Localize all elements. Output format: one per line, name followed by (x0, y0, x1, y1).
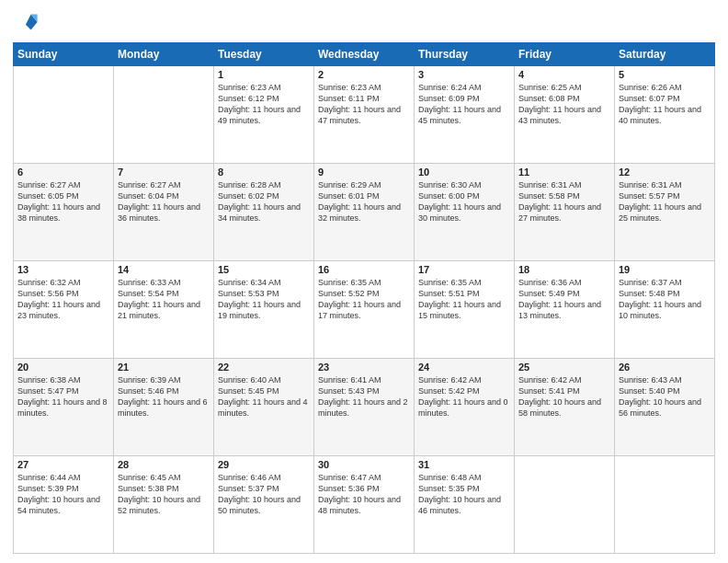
day-number: 25 (518, 362, 610, 373)
calendar-cell: 6Sunrise: 6:27 AM Sunset: 6:05 PM Daylig… (14, 164, 114, 261)
week-row-2: 6Sunrise: 6:27 AM Sunset: 6:05 PM Daylig… (14, 164, 715, 261)
day-number: 4 (518, 69, 610, 80)
day-info: Sunrise: 6:32 AM Sunset: 5:56 PM Dayligh… (17, 277, 109, 322)
day-info: Sunrise: 6:25 AM Sunset: 6:08 PM Dayligh… (518, 82, 610, 127)
day-number: 6 (17, 167, 109, 178)
day-info: Sunrise: 6:27 AM Sunset: 6:04 PM Dayligh… (118, 179, 210, 224)
day-info: Sunrise: 6:44 AM Sunset: 5:39 PM Dayligh… (17, 472, 109, 517)
day-number: 26 (619, 362, 711, 373)
day-number: 10 (418, 167, 510, 178)
day-number: 9 (318, 167, 410, 178)
weekday-header-friday: Friday (515, 43, 615, 66)
calendar-cell: 1Sunrise: 6:23 AM Sunset: 6:12 PM Daylig… (214, 66, 314, 164)
day-number: 27 (17, 459, 109, 470)
day-number: 29 (218, 459, 310, 470)
day-number: 3 (418, 69, 510, 80)
day-info: Sunrise: 6:43 AM Sunset: 5:40 PM Dayligh… (619, 374, 711, 419)
week-row-1: 1Sunrise: 6:23 AM Sunset: 6:12 PM Daylig… (14, 66, 715, 164)
calendar-cell: 20Sunrise: 6:38 AM Sunset: 5:47 PM Dayli… (14, 359, 114, 456)
calendar-cell: 18Sunrise: 6:36 AM Sunset: 5:49 PM Dayli… (515, 261, 615, 359)
day-info: Sunrise: 6:39 AM Sunset: 5:46 PM Dayligh… (118, 374, 210, 419)
week-row-3: 13Sunrise: 6:32 AM Sunset: 5:56 PM Dayli… (14, 261, 715, 359)
calendar-cell (14, 66, 114, 164)
day-info: Sunrise: 6:42 AM Sunset: 5:41 PM Dayligh… (518, 374, 610, 419)
day-info: Sunrise: 6:36 AM Sunset: 5:49 PM Dayligh… (518, 277, 610, 322)
day-info: Sunrise: 6:23 AM Sunset: 6:11 PM Dayligh… (318, 82, 410, 127)
day-number: 15 (218, 264, 310, 275)
day-number: 30 (318, 459, 410, 470)
day-info: Sunrise: 6:33 AM Sunset: 5:54 PM Dayligh… (118, 277, 210, 322)
page: SundayMondayTuesdayWednesdayThursdayFrid… (0, 0, 728, 563)
calendar-cell (515, 456, 615, 554)
calendar-cell: 7Sunrise: 6:27 AM Sunset: 6:04 PM Daylig… (114, 164, 214, 261)
day-info: Sunrise: 6:34 AM Sunset: 5:53 PM Dayligh… (218, 277, 310, 322)
day-number: 7 (118, 167, 210, 178)
day-info: Sunrise: 6:26 AM Sunset: 6:07 PM Dayligh… (619, 82, 711, 127)
day-info: Sunrise: 6:40 AM Sunset: 5:45 PM Dayligh… (218, 374, 310, 419)
day-number: 13 (17, 264, 109, 275)
calendar-cell (615, 456, 715, 554)
day-number: 14 (118, 264, 210, 275)
calendar-cell: 22Sunrise: 6:40 AM Sunset: 5:45 PM Dayli… (214, 359, 314, 456)
day-number: 28 (118, 459, 210, 470)
day-number: 11 (518, 167, 610, 178)
day-info: Sunrise: 6:46 AM Sunset: 5:37 PM Dayligh… (218, 472, 310, 517)
weekday-header-wednesday: Wednesday (314, 43, 415, 66)
day-info: Sunrise: 6:28 AM Sunset: 6:02 PM Dayligh… (218, 179, 310, 224)
week-row-5: 27Sunrise: 6:44 AM Sunset: 5:39 PM Dayli… (14, 456, 715, 554)
day-number: 5 (619, 69, 711, 80)
calendar-cell: 23Sunrise: 6:41 AM Sunset: 5:43 PM Dayli… (314, 359, 415, 456)
calendar-cell: 15Sunrise: 6:34 AM Sunset: 5:53 PM Dayli… (214, 261, 314, 359)
day-info: Sunrise: 6:35 AM Sunset: 5:52 PM Dayligh… (318, 277, 410, 322)
day-info: Sunrise: 6:24 AM Sunset: 6:09 PM Dayligh… (418, 82, 510, 127)
day-number: 23 (318, 362, 410, 373)
day-info: Sunrise: 6:41 AM Sunset: 5:43 PM Dayligh… (318, 374, 410, 419)
calendar-cell: 14Sunrise: 6:33 AM Sunset: 5:54 PM Dayli… (114, 261, 214, 359)
calendar-cell: 19Sunrise: 6:37 AM Sunset: 5:48 PM Dayli… (615, 261, 715, 359)
calendar-cell: 11Sunrise: 6:31 AM Sunset: 5:58 PM Dayli… (515, 164, 615, 261)
day-info: Sunrise: 6:23 AM Sunset: 6:12 PM Dayligh… (218, 82, 310, 127)
day-number: 17 (418, 264, 510, 275)
calendar-cell: 29Sunrise: 6:46 AM Sunset: 5:37 PM Dayli… (214, 456, 314, 554)
logo-icon (13, 9, 39, 35)
weekday-header-row: SundayMondayTuesdayWednesdayThursdayFrid… (14, 43, 715, 66)
calendar-cell: 5Sunrise: 6:26 AM Sunset: 6:07 PM Daylig… (615, 66, 715, 164)
weekday-header-tuesday: Tuesday (214, 43, 314, 66)
header (13, 9, 715, 35)
weekday-header-saturday: Saturday (615, 43, 715, 66)
calendar-cell (114, 66, 214, 164)
day-info: Sunrise: 6:37 AM Sunset: 5:48 PM Dayligh… (619, 277, 711, 322)
weekday-header-thursday: Thursday (415, 43, 515, 66)
calendar-cell: 27Sunrise: 6:44 AM Sunset: 5:39 PM Dayli… (14, 456, 114, 554)
calendar-cell: 24Sunrise: 6:42 AM Sunset: 5:42 PM Dayli… (415, 359, 515, 456)
day-info: Sunrise: 6:30 AM Sunset: 6:00 PM Dayligh… (418, 179, 510, 224)
day-info: Sunrise: 6:27 AM Sunset: 6:05 PM Dayligh… (17, 179, 109, 224)
calendar-cell: 31Sunrise: 6:48 AM Sunset: 5:35 PM Dayli… (415, 456, 515, 554)
logo (13, 9, 42, 35)
day-info: Sunrise: 6:31 AM Sunset: 5:58 PM Dayligh… (518, 179, 610, 224)
calendar: SundayMondayTuesdayWednesdayThursdayFrid… (13, 42, 715, 554)
calendar-cell: 17Sunrise: 6:35 AM Sunset: 5:51 PM Dayli… (415, 261, 515, 359)
week-row-4: 20Sunrise: 6:38 AM Sunset: 5:47 PM Dayli… (14, 359, 715, 456)
day-number: 19 (619, 264, 711, 275)
day-info: Sunrise: 6:48 AM Sunset: 5:35 PM Dayligh… (418, 472, 510, 517)
day-info: Sunrise: 6:42 AM Sunset: 5:42 PM Dayligh… (418, 374, 510, 419)
calendar-cell: 12Sunrise: 6:31 AM Sunset: 5:57 PM Dayli… (615, 164, 715, 261)
day-info: Sunrise: 6:29 AM Sunset: 6:01 PM Dayligh… (318, 179, 410, 224)
day-info: Sunrise: 6:31 AM Sunset: 5:57 PM Dayligh… (619, 179, 711, 224)
weekday-header-monday: Monday (114, 43, 214, 66)
calendar-cell: 10Sunrise: 6:30 AM Sunset: 6:00 PM Dayli… (415, 164, 515, 261)
calendar-cell: 4Sunrise: 6:25 AM Sunset: 6:08 PM Daylig… (515, 66, 615, 164)
day-info: Sunrise: 6:45 AM Sunset: 5:38 PM Dayligh… (118, 472, 210, 517)
day-number: 1 (218, 69, 310, 80)
calendar-cell: 25Sunrise: 6:42 AM Sunset: 5:41 PM Dayli… (515, 359, 615, 456)
calendar-cell: 26Sunrise: 6:43 AM Sunset: 5:40 PM Dayli… (615, 359, 715, 456)
day-number: 20 (17, 362, 109, 373)
day-info: Sunrise: 6:35 AM Sunset: 5:51 PM Dayligh… (418, 277, 510, 322)
day-number: 16 (318, 264, 410, 275)
calendar-cell: 2Sunrise: 6:23 AM Sunset: 6:11 PM Daylig… (314, 66, 415, 164)
calendar-cell: 9Sunrise: 6:29 AM Sunset: 6:01 PM Daylig… (314, 164, 415, 261)
calendar-cell: 21Sunrise: 6:39 AM Sunset: 5:46 PM Dayli… (114, 359, 214, 456)
day-number: 18 (518, 264, 610, 275)
day-number: 2 (318, 69, 410, 80)
